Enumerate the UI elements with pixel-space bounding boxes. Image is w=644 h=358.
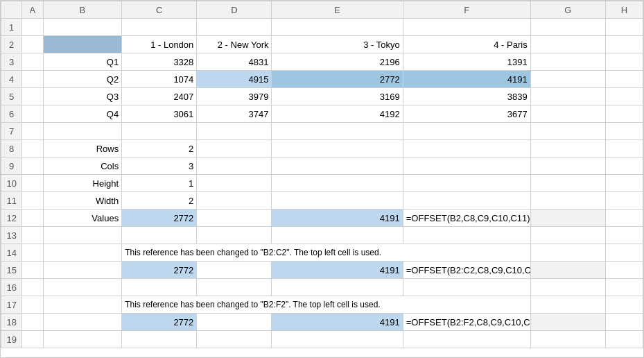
cell-d10[interactable] [197,175,272,192]
cell-d18[interactable] [197,314,272,331]
cell-d8[interactable] [197,140,272,157]
cell-e6[interactable]: 4192 [272,105,403,123]
cell-b5[interactable]: Q3 [43,88,122,105]
cell-d11[interactable] [197,192,272,210]
cell-d9[interactable] [197,157,272,175]
cell-b10[interactable]: Height [43,175,122,192]
cell-a8[interactable] [22,140,43,157]
cell-g4[interactable] [530,71,605,88]
cell-g10[interactable] [530,175,605,192]
cell-h17[interactable] [605,296,643,314]
col-header-b[interactable]: B [43,1,122,19]
cell-e2[interactable]: 3 - Tokyo [272,36,403,53]
cell-h7[interactable] [605,123,643,140]
cell-h11[interactable] [605,192,643,210]
cell-d7[interactable] [197,123,272,140]
cell-e12[interactable]: 4191 [272,210,403,227]
cell-e16[interactable] [272,279,403,296]
cell-e3[interactable]: 2196 [272,53,403,71]
cell-b2[interactable] [43,36,122,53]
col-header-e[interactable]: E [272,1,403,19]
cell-f3[interactable]: 1391 [403,53,530,71]
cell-d16[interactable] [197,279,272,296]
cell-f1[interactable] [403,19,530,36]
cell-g6[interactable] [530,105,605,123]
cell-b6[interactable]: Q4 [43,105,122,123]
cell-a16[interactable] [22,279,43,296]
cell-h12[interactable] [605,210,643,227]
cell-a17[interactable] [22,296,43,314]
cell-f19[interactable] [403,331,530,348]
cell-h3[interactable] [605,53,643,71]
cell-a4[interactable] [22,71,43,88]
cell-f10[interactable] [403,175,530,192]
cell-e1[interactable] [272,19,403,36]
cell-b19[interactable] [43,331,122,348]
cell-g3[interactable] [530,53,605,71]
cell-d6[interactable]: 3747 [197,105,272,123]
cell-a13[interactable] [22,227,43,244]
cell-h18[interactable] [605,314,643,331]
cell-b11[interactable]: Width [43,192,122,210]
cell-a14[interactable] [22,244,43,262]
cell-f12[interactable]: =OFFSET(B2,C8,C9,C10,C11) [403,210,530,227]
cell-h13[interactable] [605,227,643,244]
cell-d19[interactable] [197,331,272,348]
cell-b14[interactable] [43,244,122,262]
cell-h2[interactable] [605,36,643,53]
cell-c9[interactable]: 3 [122,157,197,175]
cell-c12[interactable]: 2772 [122,210,197,227]
cell-f8[interactable] [403,140,530,157]
cell-g9[interactable] [530,157,605,175]
cell-h6[interactable] [605,105,643,123]
col-header-g[interactable]: G [530,1,605,19]
cell-g12[interactable] [530,210,605,227]
cell-a9[interactable] [22,157,43,175]
cell-c5[interactable]: 2407 [122,88,197,105]
cell-b3[interactable]: Q1 [43,53,122,71]
cell-e15[interactable]: 4191 [272,262,403,279]
cell-e18[interactable]: 4191 [272,314,403,331]
cell-f11[interactable] [403,192,530,210]
cell-a12[interactable] [22,210,43,227]
cell-a2[interactable] [22,36,43,53]
cell-g1[interactable] [530,19,605,36]
cell-c10[interactable]: 1 [122,175,197,192]
cell-g8[interactable] [530,140,605,157]
cell-d1[interactable] [197,19,272,36]
cell-a7[interactable] [22,123,43,140]
cell-d15[interactable] [197,262,272,279]
cell-a1[interactable] [22,19,43,36]
cell-f9[interactable] [403,157,530,175]
cell-f5[interactable]: 3839 [403,88,530,105]
cell-h10[interactable] [605,175,643,192]
cell-h5[interactable] [605,88,643,105]
cell-g17[interactable] [530,296,605,314]
cell-f18[interactable]: =OFFSET(B2:F2,C8,C9,C10,C11) [403,314,530,331]
cell-g11[interactable] [530,192,605,210]
cell-e5[interactable]: 3169 [272,88,403,105]
cell-c13[interactable] [122,227,197,244]
cell-g13[interactable] [530,227,605,244]
cell-h4[interactable] [605,71,643,88]
cell-e9[interactable] [272,157,403,175]
cell-e10[interactable] [272,175,403,192]
cell-b4[interactable]: Q2 [43,71,122,88]
cell-a18[interactable] [22,314,43,331]
cell-c6[interactable]: 3061 [122,105,197,123]
cell-d4[interactable]: 4915 [197,71,272,88]
cell-b1[interactable] [43,19,122,36]
cell-f16[interactable] [403,279,530,296]
cell-c14-merged[interactable]: This reference has been changed to "B2:C… [122,244,531,262]
col-header-f[interactable]: F [403,1,530,19]
cell-h14[interactable] [605,244,643,262]
cell-b16[interactable] [43,279,122,296]
cell-b8[interactable]: Rows [43,140,122,157]
cell-d5[interactable]: 3979 [197,88,272,105]
cell-e11[interactable] [272,192,403,210]
cell-g14[interactable] [530,244,605,262]
cell-a11[interactable] [22,192,43,210]
cell-e4[interactable]: 2772 [272,71,403,88]
cell-e7[interactable] [272,123,403,140]
cell-a6[interactable] [22,105,43,123]
